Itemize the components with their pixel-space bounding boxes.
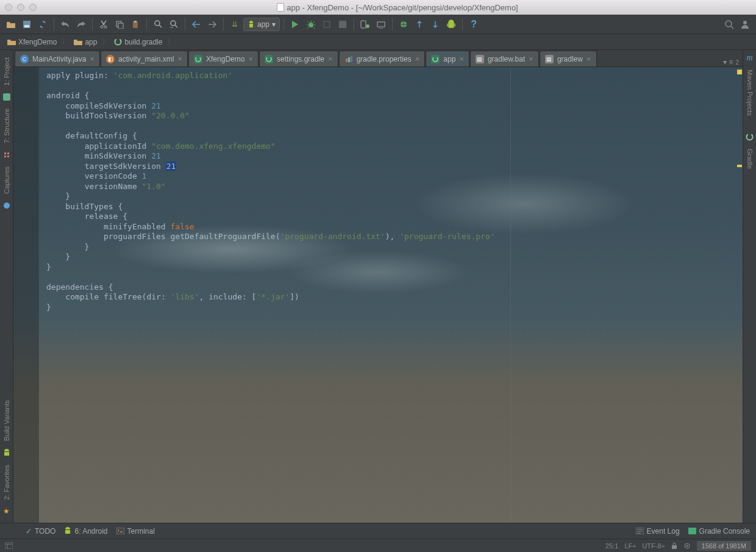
tool-captures[interactable]: Captures: [3, 163, 10, 198]
tool-maven[interactable]: Maven Projects: [746, 66, 754, 120]
make-icon[interactable]: ⇊: [227, 17, 242, 32]
tab-mainactivity[interactable]: C MainActivity.java ×: [15, 51, 100, 66]
update-icon[interactable]: [428, 17, 443, 32]
svg-rect-29: [5, 542, 13, 549]
sdk-manager-icon[interactable]: [374, 17, 388, 32]
code-editor[interactable]: apply plugin: 'com.android.application' …: [13, 67, 743, 523]
close-icon[interactable]: ×: [177, 54, 182, 63]
copy-icon[interactable]: [112, 17, 127, 32]
bottom-tool-strip: ✓ TODO 6: Android Terminal Event Log Gra…: [0, 523, 756, 539]
maven-icon: m: [746, 54, 754, 62]
close-icon[interactable]: ×: [248, 54, 253, 63]
lock-icon[interactable]: [671, 542, 677, 550]
search-everywhere-icon[interactable]: [722, 17, 736, 32]
gradle-icon: [746, 133, 754, 142]
window-title: app - XfengDemo - [~/WorkSpace/git/pengs…: [44, 3, 751, 12]
svg-rect-24: [351, 56, 352, 62]
project-icon: [2, 93, 11, 101]
tab-gradlew-bat[interactable]: ▤ gradlew.bat ×: [470, 51, 539, 66]
android-icon: [64, 527, 71, 536]
file-encoding[interactable]: UTF-8÷: [642, 542, 665, 550]
ddms-icon[interactable]: [396, 17, 411, 32]
crumb-project[interactable]: XfengDemo: [4, 37, 60, 48]
tab-gradlew[interactable]: ▤ gradlew ×: [540, 51, 597, 66]
replace-icon[interactable]: [166, 17, 181, 32]
tool-event-log[interactable]: Event Log: [636, 527, 680, 536]
tool-windows-icon[interactable]: [5, 542, 13, 549]
terminal-icon: [116, 528, 124, 534]
svg-rect-7: [134, 21, 137, 23]
tab-xfengdemo[interactable]: XfengDemo ×: [188, 51, 259, 66]
editor-error-stripe[interactable]: [735, 67, 743, 523]
tab-gradle-properties[interactable]: gradle.properties ×: [339, 51, 426, 66]
android-icon: [248, 20, 255, 29]
svg-rect-13: [361, 21, 366, 28]
minimize-button[interactable]: [17, 4, 24, 11]
tool-gradle-console[interactable]: Gradle Console: [688, 527, 750, 536]
forward-icon[interactable]: [205, 17, 219, 32]
tool-gradle[interactable]: Gradle: [746, 145, 754, 173]
editor-gutter: [13, 67, 39, 523]
close-icon[interactable]: ×: [587, 54, 591, 63]
tool-terminal[interactable]: Terminal: [116, 527, 155, 536]
close-icon[interactable]: ×: [459, 54, 464, 63]
vcs-icon[interactable]: [412, 17, 427, 32]
tab-activity-main-xml[interactable]: ◧ activity_main.xml ×: [101, 51, 188, 66]
tool-label: Event Log: [647, 527, 680, 536]
tab-app[interactable]: app ×: [426, 51, 469, 66]
open-icon[interactable]: [4, 17, 18, 32]
sync-icon[interactable]: [35, 17, 50, 32]
right-tool-strip: m Maven Projects Gradle: [743, 50, 756, 523]
tool-label: Gradle Console: [699, 527, 750, 536]
paste-icon[interactable]: [128, 17, 143, 32]
right-margin: [510, 67, 511, 523]
svg-point-3: [104, 26, 107, 28]
coverage-icon[interactable]: [319, 17, 334, 32]
close-icon[interactable]: ×: [90, 54, 94, 63]
gradle-console-icon: [688, 528, 696, 534]
back-icon[interactable]: [189, 17, 204, 32]
run-icon[interactable]: [288, 17, 302, 32]
tool-android[interactable]: 6: Android: [64, 527, 107, 536]
close-icon[interactable]: ×: [529, 54, 533, 63]
debug-icon[interactable]: [304, 17, 318, 32]
zoom-button[interactable]: [29, 4, 37, 11]
user-icon[interactable]: [738, 17, 752, 32]
cut-icon[interactable]: [96, 17, 111, 32]
tool-build-variants[interactable]: Build Variants: [3, 396, 10, 445]
tool-favorites[interactable]: 2: Favorites: [3, 461, 10, 503]
tool-structure[interactable]: 7: Structure: [3, 105, 10, 147]
tool-project[interactable]: 1: Project: [3, 54, 10, 89]
redo-icon[interactable]: [74, 17, 88, 32]
svg-point-17: [726, 21, 732, 27]
crumb-module[interactable]: app: [70, 37, 101, 48]
inspection-icon[interactable]: [683, 542, 691, 550]
close-icon[interactable]: ×: [415, 54, 420, 63]
close-icon[interactable]: ×: [328, 54, 333, 63]
undo-icon[interactable]: [58, 17, 73, 32]
svg-rect-23: [348, 57, 350, 62]
line-separator[interactable]: LF÷: [625, 542, 637, 550]
tab-label: activity_main.xml: [118, 55, 174, 63]
android-robot-icon[interactable]: [444, 17, 458, 32]
help-icon[interactable]: ?: [466, 17, 481, 32]
folder-icon: [74, 38, 82, 45]
memory-indicator[interactable]: 1568 of 1981M: [697, 541, 751, 551]
tab-settings-gradle[interactable]: settings.gradle ×: [259, 51, 338, 66]
avd-manager-icon[interactable]: [358, 17, 373, 32]
find-icon[interactable]: [151, 17, 165, 32]
close-button[interactable]: [5, 4, 12, 11]
tabs-options[interactable]: ▾ ≡ 2: [719, 58, 743, 66]
crumb-file[interactable]: build.gradle: [110, 37, 166, 48]
svg-rect-11: [324, 21, 330, 27]
caret-position[interactable]: 25:1: [605, 542, 618, 550]
svg-rect-12: [339, 21, 346, 28]
tab-label: gradlew.bat: [488, 55, 525, 63]
svg-rect-15: [377, 22, 385, 27]
run-config-selector[interactable]: app ▾: [243, 18, 280, 31]
save-icon[interactable]: [20, 17, 34, 32]
tool-todo[interactable]: ✓ TODO: [26, 527, 55, 536]
svg-point-21: [4, 203, 10, 209]
titlebar: app - XfengDemo - [~/WorkSpace/git/pengs…: [0, 0, 756, 15]
stop-icon[interactable]: [335, 17, 350, 32]
